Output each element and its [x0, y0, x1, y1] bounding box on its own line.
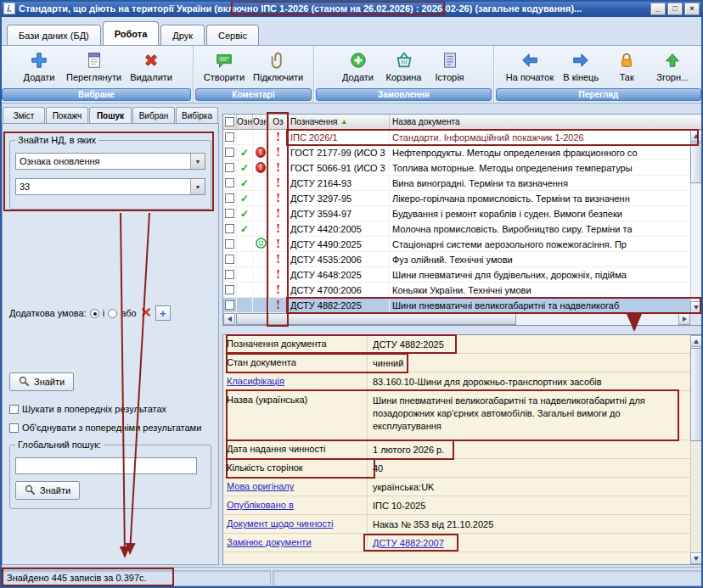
scrollbar-thumb[interactable] [690, 348, 702, 441]
detail-value-link[interactable]: ДСТУ 4882:2007 [373, 538, 444, 548]
scrollbar-thumb[interactable] [236, 313, 516, 325]
detail-row: Опубліковано вІПС 10-2025 [223, 496, 690, 515]
header-mark2[interactable]: Озн [253, 115, 269, 129]
row-mark2-cell [253, 206, 269, 221]
criteria-combo[interactable]: Ознака оновлення ▼ [15, 153, 205, 170]
detail-label-link[interactable]: Документ щодо чинності [227, 518, 333, 529]
scroll-left-button[interactable] [223, 313, 235, 325]
row-checkbox[interactable] [225, 300, 234, 310]
table-row[interactable]: ✓!!ГОСТ 2177-99 (ИСО 3Нефтепродукты. Мет… [223, 145, 690, 160]
main-tabbar: Бази даних (БД) Робота Друк Сервіс [0, 17, 703, 46]
table-row[interactable]: ✓!ДСТУ 2164-93Вина виноградні. Терміни т… [223, 176, 690, 191]
row-checkbox[interactable] [225, 193, 234, 203]
left-tab-selected[interactable]: Вибран [132, 107, 175, 123]
tab-databases[interactable]: Бази даних (БД) [7, 25, 101, 45]
row-mark3-cell: ! [269, 252, 288, 266]
radio-or[interactable] [108, 309, 117, 318]
table-row[interactable]: ✓!!ГОСТ 5066-91 (ИСО 3Топлива моторные. … [223, 160, 690, 176]
row-designation: ГОСТ 5066-91 (ИСО 3 [288, 160, 390, 175]
scrollbar-thumb[interactable] [690, 143, 702, 183]
checkbox-icon[interactable] [9, 405, 19, 414]
row-checkbox[interactable] [225, 132, 234, 142]
favorites-view-button[interactable]: Переглянути [62, 48, 126, 84]
row-checkbox[interactable] [225, 163, 234, 172]
table-row[interactable]: !ДСТУ 4490:2025Стаціонарні системи аероз… [223, 237, 690, 252]
row-designation: ДСТУ 4420:2005 [288, 221, 390, 236]
row-checkbox[interactable] [225, 224, 234, 233]
table-horizontal-scrollbar[interactable] [223, 313, 690, 325]
row-checkbox[interactable] [225, 148, 234, 157]
table-row[interactable]: ✓!ДСТУ 4420:2005Молочна промисловість. В… [223, 221, 690, 237]
yes-button[interactable]: Так [604, 48, 650, 84]
radio-and[interactable] [90, 309, 99, 318]
tab-work[interactable]: Робота [103, 21, 160, 45]
group-legend: Знайти НД, в яких [15, 135, 98, 145]
collapse-button[interactable]: Згорн... [650, 48, 695, 84]
scroll-up-button[interactable] [690, 130, 702, 142]
header-mark1[interactable]: Озн [237, 115, 253, 129]
left-tab-contents[interactable]: Зміст [3, 107, 45, 123]
left-tab-search[interactable]: Пошук [89, 107, 132, 123]
table-row[interactable]: !ДСТУ 4535:2006Фуз олійний. Технічні умо… [223, 252, 690, 267]
arrow-left-icon [519, 49, 541, 71]
row-checkbox[interactable] [225, 239, 234, 249]
header-designation[interactable]: Позначення▲ [288, 115, 390, 129]
comment-create-button[interactable]: Створити [200, 48, 249, 84]
row-checkbox[interactable] [225, 255, 234, 264]
status-empty-cell [273, 570, 702, 586]
close-button[interactable]: × [684, 3, 700, 15]
header-mark3[interactable]: Оз [269, 115, 288, 129]
checkbox-icon[interactable] [9, 423, 19, 433]
global-search-input[interactable] [15, 457, 197, 474]
row-checkbox[interactable] [225, 178, 234, 188]
comment-attach-button[interactable]: Підключити [249, 48, 307, 84]
table-row[interactable]: !ДСТУ 4700:2006Коньяки України. Технічні… [223, 283, 690, 298]
tab-print[interactable]: Друк [160, 25, 205, 45]
header-document-name[interactable]: Назва документа [390, 115, 702, 129]
chevron-down-icon[interactable]: ▼ [190, 154, 205, 169]
table-row[interactable]: ✓!ДСТУ 3594-97Будування і ремонт кораблі… [223, 206, 690, 221]
minimize-button[interactable]: _ [650, 3, 666, 15]
scroll-right-button[interactable] [678, 313, 690, 325]
detail-label-link[interactable]: Мова оригіналу [227, 481, 294, 491]
add-condition-button[interactable]: + [155, 305, 171, 321]
details-vertical-scrollbar[interactable] [690, 335, 702, 564]
go-end-button[interactable]: В кінець [558, 48, 604, 84]
go-start-button[interactable]: На початок [502, 48, 558, 84]
order-add-button[interactable]: Додати [335, 48, 381, 84]
search-in-previous-checkbox[interactable]: Шукати в попередніх результатах [9, 404, 166, 414]
detail-label-link[interactable]: Опубліковано в [227, 500, 294, 510]
table-row[interactable]: ✓!ДСТУ 3297-95Лікеро-горілчана промислов… [223, 191, 690, 206]
scroll-down-button[interactable] [690, 301, 702, 313]
order-basket-button[interactable]: Корзина [381, 48, 427, 84]
scroll-down-button[interactable] [690, 552, 702, 564]
row-checkbox[interactable] [225, 285, 234, 294]
header-checkbox[interactable] [225, 117, 234, 126]
order-history-button[interactable]: Історія [427, 48, 473, 84]
table-row[interactable]: !ДСТУ 4882:2025Шини пневматичні великога… [223, 298, 690, 313]
exclamation-icon: ! [276, 208, 281, 219]
row-checkbox[interactable] [225, 209, 234, 218]
detail-label-link[interactable]: Замінює документи [227, 537, 312, 547]
left-tab-selection[interactable]: Вибірка [176, 107, 218, 123]
left-tab-index[interactable]: Покажч [46, 107, 88, 123]
row-document-name: Фуз олійний. Технічні умови [390, 252, 690, 266]
find-button[interactable]: Знайти [9, 372, 74, 391]
favorites-add-button[interactable]: Додати [16, 48, 62, 84]
tab-service[interactable]: Сервіс [206, 25, 259, 45]
maximize-button[interactable]: □ [667, 3, 683, 15]
remove-condition-icon[interactable] [140, 306, 152, 320]
favorites-delete-button[interactable]: Видалити [126, 48, 177, 84]
criteria-value-combo[interactable]: 33 ▼ [15, 178, 205, 195]
exclamation-icon: ! [276, 132, 281, 143]
detail-label-link[interactable]: Класифікація [227, 376, 284, 386]
scroll-up-button[interactable] [690, 335, 702, 347]
table-row[interactable]: !ІПС 2026/1Стандарти. Інформаційний пока… [223, 130, 690, 145]
table-row[interactable]: !ДСТУ 4648:2025Шини пневматичні для буді… [223, 267, 690, 283]
chevron-down-icon[interactable]: ▼ [190, 179, 205, 194]
row-checkbox[interactable] [225, 270, 234, 279]
exclamation-icon: ! [276, 238, 281, 249]
table-vertical-scrollbar[interactable] [690, 130, 702, 313]
merge-with-previous-checkbox[interactable]: Об'єднувати з попередніми результатами [9, 423, 201, 433]
global-find-button[interactable]: Знайти [15, 481, 80, 500]
